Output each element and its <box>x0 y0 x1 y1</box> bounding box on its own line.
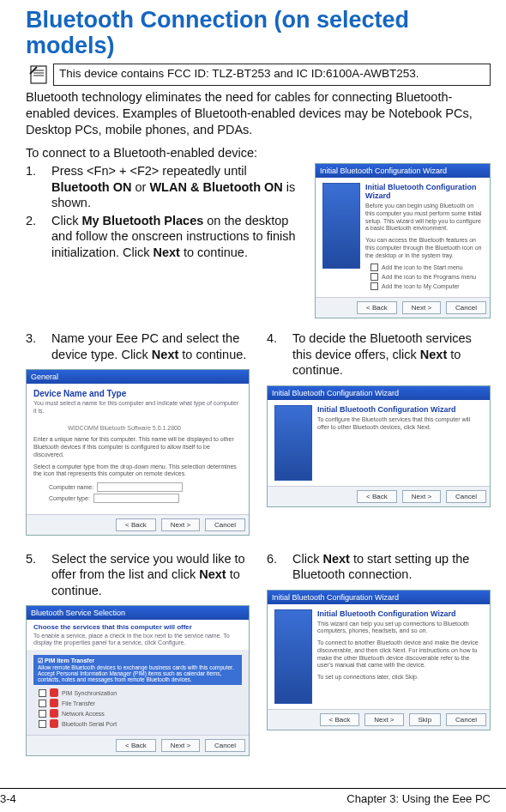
dialog-cancel-button[interactable]: Cancel <box>205 739 245 752</box>
step-body: Click My Bluetooth Places on the desktop… <box>51 213 306 261</box>
page-title: Bluetooth Connection (on selected models… <box>26 7 491 58</box>
chapter-label: Chapter 3: Using the Eee PC <box>346 792 491 805</box>
dialog-cancel-button[interactable]: Cancel <box>446 301 486 314</box>
step-number: 2. <box>26 213 51 261</box>
screenshot-start-setup: Initial Bluetooth Configuration Wizard I… <box>267 590 491 730</box>
window-titlebar: Initial Bluetooth Configuration Wizard <box>316 164 490 178</box>
step-body: Name your Eee PC and select the device t… <box>51 330 250 362</box>
step-5: 5. Select the service you would like to … <box>26 551 250 599</box>
dialog-next-button[interactable]: Next > <box>402 301 441 314</box>
panel-heading: Device Name and Type <box>33 389 242 398</box>
step-number: 1. <box>26 163 51 211</box>
dialog-back-button[interactable]: < Back <box>116 518 156 531</box>
dialog-skip-button[interactable]: Skip <box>409 713 442 726</box>
screenshot-services-intro: Initial Bluetooth Configuration Wizard I… <box>267 385 491 507</box>
step-4: 4. To decide the Bluetooth services this… <box>267 330 491 379</box>
window-titlebar: Initial Bluetooth Configuration Wizard <box>268 591 490 604</box>
lead-line: To connect to a Bluetooth-enabled device… <box>26 146 491 160</box>
panel-subtext: To enable a service, place a check in th… <box>33 633 242 646</box>
step-body: Select the service you would like to off… <box>51 551 250 599</box>
dialog-cancel-button[interactable]: Cancel <box>446 713 486 726</box>
dialog-cancel-button[interactable]: Cancel <box>205 518 245 531</box>
dialog-back-button[interactable]: < Back <box>357 490 397 503</box>
step-body: To decide the Bluetooth services this de… <box>292 330 491 379</box>
note-icon <box>26 64 53 86</box>
step-number: 4. <box>267 330 292 379</box>
step-2: 2. Click My Bluetooth Places on the desk… <box>26 213 306 261</box>
wizard-heading: Initial Bluetooth Configuration Wizard <box>365 183 483 200</box>
window-titlebar: Initial Bluetooth Configuration Wizard <box>268 386 490 400</box>
dialog-next-button[interactable]: Next > <box>161 518 200 531</box>
step-number: 6. <box>267 551 292 583</box>
screenshot-service-selection: Bluetooth Service Selection Choose the s… <box>26 605 250 756</box>
screenshot-device-name: General Device Name and Type You must se… <box>26 369 250 535</box>
window-titlebar: General <box>27 370 249 384</box>
dialog-back-button[interactable]: < Back <box>116 739 156 752</box>
dialog-back-button[interactable]: < Back <box>357 301 397 314</box>
page-footer: 3-4 Chapter 3: Using the Eee PC <box>0 788 506 805</box>
dialog-next-button[interactable]: Next > <box>161 739 200 752</box>
screenshot-initial-wizard: Initial Bluetooth Configuration Wizard I… <box>315 163 491 318</box>
note-text: This device contains FCC ID: TLZ-BT253 a… <box>53 64 491 86</box>
step-3: 3. Name your Eee PC and select the devic… <box>26 330 250 362</box>
step-6: 6. Click Next to start setting up the Bl… <box>267 551 491 583</box>
step-body: Click Next to start setting up the Bluet… <box>292 551 491 583</box>
step-body: Press <Fn> + <F2> repeatedly until Bluet… <box>51 163 306 211</box>
note-row: This device contains FCC ID: TLZ-BT253 a… <box>26 64 491 86</box>
page-number: 3-4 <box>0 792 16 805</box>
step-number: 3. <box>26 330 51 362</box>
panel-subtext: You must select a name for this computer… <box>33 400 242 414</box>
wizard-heading: Initial Bluetooth Configuration Wizard <box>317 405 483 414</box>
wizard-heading: Initial Bluetooth Configuration Wizard <box>317 609 483 618</box>
dialog-back-button[interactable]: < Back <box>320 713 360 726</box>
dialog-cancel-button[interactable]: Cancel <box>446 490 486 503</box>
panel-heading: Choose the services that this computer w… <box>33 623 242 631</box>
window-titlebar: Bluetooth Service Selection <box>27 606 249 620</box>
intro-paragraph: Bluetooth technology eliminates the need… <box>26 89 491 137</box>
svg-rect-0 <box>31 66 46 83</box>
step-number: 5. <box>26 551 51 599</box>
dialog-next-button[interactable]: Next > <box>364 713 403 726</box>
dialog-next-button[interactable]: Next > <box>402 490 441 503</box>
step-1: 1. Press <Fn> + <F2> repeatedly until Bl… <box>26 163 306 211</box>
